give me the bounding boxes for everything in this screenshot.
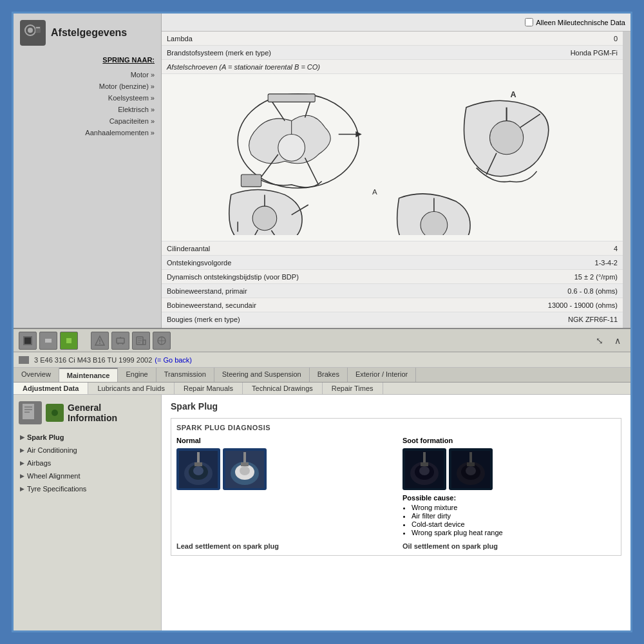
nav-elektrisch[interactable]: Elektrisch » bbox=[20, 104, 155, 115]
data-value bbox=[481, 65, 623, 69]
toolbar-icon-7[interactable] bbox=[153, 332, 171, 350]
data-label: Bobineweerstand, secundair bbox=[162, 299, 481, 311]
milieu-checkbox-label[interactable]: Alleen Mileutechnische Data bbox=[525, 18, 625, 26]
toolbar-right: ⤡ ∧ bbox=[592, 333, 625, 348]
svg-rect-60 bbox=[59, 412, 62, 414]
subtab-lubricants[interactable]: Lubricants and Fluids bbox=[88, 383, 175, 394]
menu-air-conditioning[interactable]: ▶ Air Conditioning bbox=[19, 444, 156, 457]
top-toolbar: Alleen Mileutechnische Data bbox=[162, 14, 630, 32]
svg-point-82 bbox=[466, 466, 476, 475]
data-value: NGK ZFR6F-11 bbox=[481, 314, 623, 325]
possible-cause-list: Wrong mixture Air filter dirty Cold-star… bbox=[402, 504, 616, 536]
table-row: Ontstekingsvolgorde 1-3-4-2 bbox=[162, 256, 623, 270]
data-value: 15 ± 2 (°/rpm) bbox=[481, 271, 623, 283]
vehicle-small-icon bbox=[19, 356, 29, 364]
svg-line-42 bbox=[122, 343, 123, 345]
list-item: Cold-start device bbox=[412, 520, 616, 528]
toolbar-icon-6[interactable] bbox=[132, 332, 150, 350]
nav-capaciteiten[interactable]: Capaciteiten » bbox=[20, 115, 155, 127]
data-value: 0 bbox=[481, 33, 623, 44]
data-label: Dynamisch ontstekingsbijdstip (voor BDP) bbox=[162, 271, 481, 283]
content-title: Spark Plug bbox=[171, 401, 621, 412]
svg-point-8 bbox=[278, 134, 305, 161]
table-row: Lambda 0 bbox=[162, 32, 623, 46]
tab-overview[interactable]: Overview bbox=[14, 368, 59, 382]
expand-icon[interactable]: ⤡ bbox=[592, 333, 607, 348]
subtab-repair-manuals[interactable]: Repair Manuals bbox=[175, 383, 243, 394]
app-icon bbox=[20, 20, 46, 46]
toolbar-icon-3[interactable] bbox=[60, 332, 78, 350]
menu-wheel-alignment[interactable]: ▶ Wheel Alignment bbox=[19, 469, 156, 482]
main-content: Spark Plug SPARK PLUG DIAGNOSIS Normal bbox=[162, 395, 630, 630]
nav-koelsysteem[interactable]: Koelsysteem » bbox=[20, 92, 155, 104]
subtab-adjustment[interactable]: Adjustment Data bbox=[14, 383, 88, 394]
subtab-repair-times[interactable]: Repair Times bbox=[323, 383, 383, 394]
toolbar-icon-5[interactable] bbox=[111, 332, 129, 350]
data-value: 13000 - 19000 (ohms) bbox=[481, 299, 623, 311]
data-value: 1.0 - 1.1 (mm) bbox=[481, 328, 623, 328]
svg-rect-78 bbox=[421, 462, 428, 466]
list-item: Air filter dirty bbox=[412, 512, 616, 520]
toolbar-icon-4[interactable] bbox=[91, 332, 109, 350]
table-row: Bobineweerstand, primair 0.6 - 0.8 (ohms… bbox=[162, 284, 623, 298]
svg-text:A: A bbox=[510, 90, 516, 99]
menu-airbags[interactable]: ▶ Airbags bbox=[19, 457, 156, 469]
top-panel: Afstelgegevens SPRING NAAR: Motor » Moto… bbox=[14, 14, 630, 329]
menu-spark-plug[interactable]: ▶ Spark Plug bbox=[19, 431, 156, 444]
svg-rect-35 bbox=[66, 338, 71, 343]
nav-aanhaalemomenten[interactable]: Aanhaalemomenten » bbox=[20, 127, 155, 138]
go-back-link[interactable]: (= Go back) bbox=[155, 356, 192, 364]
table-row: Afstelschroeven (A = stationair toerenta… bbox=[162, 60, 623, 74]
svg-point-56 bbox=[52, 410, 58, 416]
bottom-content-area: General Information ▶ Spark Plug ▶ Air C… bbox=[14, 395, 630, 630]
svg-rect-31 bbox=[24, 337, 31, 344]
data-value: 0.6 - 0.8 (ohms) bbox=[481, 285, 623, 297]
normal-image-2 bbox=[223, 448, 267, 490]
top-scrollbar[interactable] bbox=[623, 32, 630, 328]
top-nav-panel: Afstelgegevens SPRING NAAR: Motor » Moto… bbox=[14, 14, 162, 328]
list-item: Wrong mixture bbox=[412, 504, 616, 511]
svg-rect-7 bbox=[268, 93, 315, 102]
diagnosis-grid: Normal bbox=[176, 437, 616, 537]
menu-tyre-specifications[interactable]: ▶ Tyre Specifications bbox=[19, 482, 156, 495]
milieu-label: Alleen Mileutechnische Data bbox=[536, 19, 625, 26]
normal-column: Normal bbox=[176, 437, 390, 537]
possible-cause-title: Possible cause: bbox=[402, 494, 616, 502]
toolbar-icon-2[interactable] bbox=[39, 332, 57, 350]
data-label: Brandstofsysteem (merk en type) bbox=[162, 47, 481, 59]
svg-line-41 bbox=[118, 343, 118, 345]
svg-text:A: A bbox=[372, 188, 377, 196]
data-table: Lambda 0 Brandstofsysteem (merk en type)… bbox=[162, 32, 623, 328]
toolbar-icon-1[interactable] bbox=[19, 332, 37, 350]
svg-rect-51 bbox=[23, 404, 34, 419]
svg-point-1 bbox=[28, 28, 33, 33]
svg-line-5 bbox=[271, 100, 285, 120]
svg-rect-72 bbox=[241, 462, 249, 466]
tab-exterior[interactable]: Exterior / Interior bbox=[348, 368, 416, 382]
main-tabs-bar: Overview Maintenance Engine Transmission… bbox=[14, 368, 630, 383]
tab-engine[interactable]: Engine bbox=[118, 368, 156, 382]
milieu-checkbox[interactable] bbox=[525, 18, 533, 26]
nav-motor[interactable]: Motor » bbox=[20, 69, 155, 80]
collapse-icon[interactable]: ∧ bbox=[610, 333, 625, 348]
sidebar-doc-icon bbox=[19, 401, 42, 424]
diagnosis-box: SPARK PLUG DIAGNOSIS Normal bbox=[171, 418, 621, 556]
bottom-sidebar: General Information ▶ Spark Plug ▶ Air C… bbox=[14, 395, 162, 630]
possible-cause: Possible cause: Wrong mixture Air filter… bbox=[402, 494, 616, 536]
svg-point-19 bbox=[252, 206, 277, 231]
lead-label: Lead settlement on spark plug bbox=[176, 542, 390, 550]
arrow-icon: ▶ bbox=[20, 447, 24, 453]
soot-images bbox=[402, 448, 616, 490]
svg-rect-66 bbox=[194, 462, 202, 466]
svg-point-26 bbox=[421, 211, 448, 235]
tab-transmission[interactable]: Transmission bbox=[156, 368, 214, 382]
nav-motor-benzine[interactable]: Motor (benzine) » bbox=[20, 80, 155, 92]
soot-column: Soot formation bbox=[402, 437, 616, 537]
normal-images bbox=[176, 448, 390, 490]
vehicle-bar: 3 E46 316 Ci M43 B16 TU 1999 2002 (= Go … bbox=[14, 352, 630, 368]
tab-brakes[interactable]: Brakes bbox=[310, 368, 348, 382]
svg-point-15 bbox=[489, 120, 523, 154]
tab-steering[interactable]: Steering and Suspension bbox=[214, 368, 310, 382]
tab-maintenance[interactable]: Maintenance bbox=[59, 368, 118, 382]
subtab-technical[interactable]: Technical Drawings bbox=[243, 383, 323, 394]
